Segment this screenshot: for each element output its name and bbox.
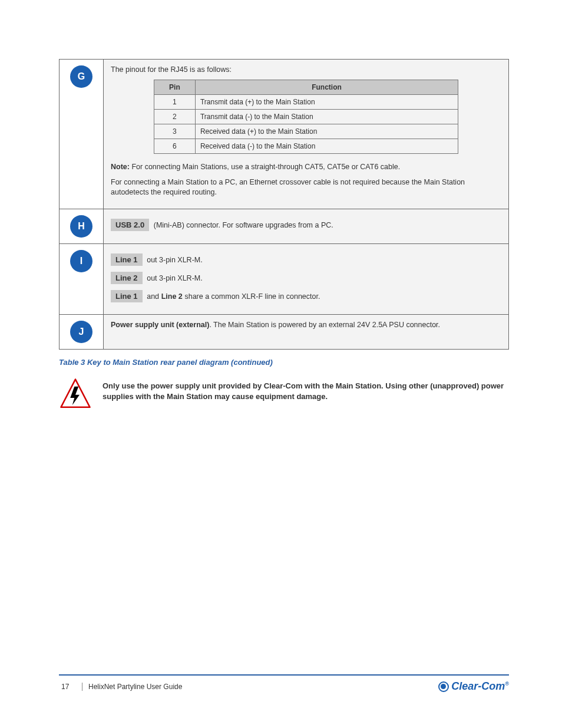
marker-cell-j: J: [59, 314, 104, 349]
usb-label: USB 2.0: [111, 219, 149, 231]
high-voltage-icon: [59, 377, 92, 412]
page-number: 17: [59, 683, 82, 691]
table-row: 6 Received data (-) to the Main Station: [154, 139, 458, 154]
table-row: 1 Transmit data (+) to the Main Station: [154, 95, 458, 110]
marker-i-circle: I: [70, 250, 92, 272]
marker-j-circle: J: [70, 321, 92, 343]
pinout-table: Pin Function 1 Transmit data (+) to the …: [154, 80, 458, 154]
content-g: The pinout for the RJ45 is as follows: P…: [104, 60, 509, 209]
marker-cell-i: I: [59, 243, 104, 314]
pinout-header-function: Function: [195, 80, 458, 95]
line1-shared-label: Line 1: [111, 290, 143, 302]
marker-cell-h: H: [59, 209, 104, 243]
content-i: Line 1 out 3-pin XLR-M. Line 2 out 3-pin…: [104, 243, 509, 314]
marker-h-circle: H: [70, 215, 92, 238]
note-block: Note: For connecting Main Stations, use …: [111, 162, 501, 198]
pinout-header-pin: Pin: [154, 80, 195, 95]
warning-text: Only use the power supply unit provided …: [103, 377, 509, 402]
marker-g-circle: G: [70, 65, 92, 88]
doc-title: HelixNet Partyline User Guide: [82, 683, 438, 691]
marker-cell-g: G: [59, 60, 104, 209]
brand-logo-icon: [438, 681, 449, 692]
content-j: Power supply unit (external). The Main S…: [104, 314, 509, 349]
table-caption: Table 3 Key to Main Station rear panel d…: [59, 358, 509, 367]
line2-out-label: Line 2: [111, 272, 143, 284]
feature-table: G The pinout for the RJ45 is as follows:…: [59, 59, 509, 350]
line1-out-label: Line 1: [111, 253, 143, 266]
warning-block: Only use the power supply unit provided …: [59, 377, 509, 412]
table-row: 3 Received data (+) to the Main Station: [154, 124, 458, 139]
content-h: USB 2.0 (Mini-AB) connector. For softwar…: [104, 209, 509, 243]
page-footer: 17 HelixNet Partyline User Guide Clear-C…: [59, 674, 509, 693]
svg-marker-1: [70, 386, 80, 405]
brand-logo: Clear-Com®: [438, 680, 509, 693]
pinout-intro: The pinout for the RJ45 is as follows:: [111, 65, 501, 74]
table-row: 2 Transmit data (-) to the Main Station: [154, 110, 458, 124]
